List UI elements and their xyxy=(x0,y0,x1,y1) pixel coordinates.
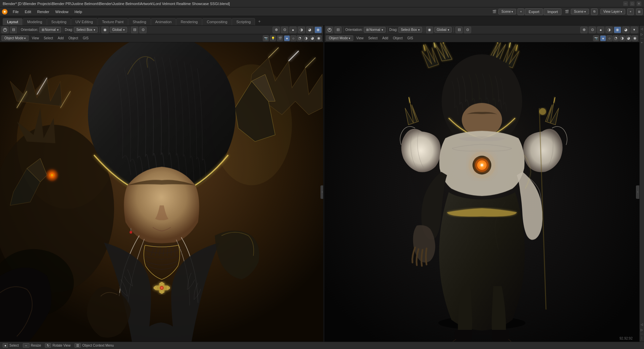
view-layer-select[interactable]: View Layer xyxy=(600,9,625,14)
render-mode-4-right[interactable]: ◑ xyxy=(619,35,625,41)
show-overlay-btn-left[interactable]: ⊙ xyxy=(281,27,288,33)
viewport-camera-left[interactable]: 📷 xyxy=(263,35,269,41)
title-text: Blender* [D:\Blender Projects\Blender PR… xyxy=(3,2,230,6)
view-menu-left[interactable]: View xyxy=(30,36,41,41)
full-screen-btn-left[interactable]: ⊟ xyxy=(10,27,17,33)
svg-point-71 xyxy=(539,108,546,115)
status-resize: ↔ Resize xyxy=(23,343,41,348)
tab-animation[interactable]: Animation xyxy=(151,18,176,25)
scene-new-btn-left[interactable]: + xyxy=(517,8,524,15)
import-button[interactable]: Import xyxy=(544,8,561,15)
rendered-shading-active-left[interactable]: ◉ xyxy=(314,27,322,33)
solid-shading-btn-right[interactable]: ● xyxy=(597,27,604,33)
sidebar-icon-3[interactable]: + xyxy=(640,41,644,45)
tab-compositing[interactable]: Compositing xyxy=(202,18,232,25)
sidebar-icon-1[interactable]: ◁ xyxy=(640,27,644,31)
tab-shading[interactable]: Shading xyxy=(128,18,150,25)
render-mode-3-right[interactable]: ◔ xyxy=(613,35,619,41)
solid-shading-btn-left[interactable]: ● xyxy=(289,27,297,33)
gis-menu-right[interactable]: GIS xyxy=(406,36,415,41)
rendered-shading-btn-left[interactable]: ◕ xyxy=(306,27,313,33)
tab-sculpting[interactable]: Sculpting xyxy=(47,18,71,25)
context-key: ☰ xyxy=(75,343,81,348)
orientation-select-right[interactable]: ⊞ Normal xyxy=(364,27,386,33)
menu-render[interactable]: Render xyxy=(35,9,52,14)
render-btn[interactable]: ⊞ xyxy=(636,8,643,15)
minimize-button[interactable]: ─ xyxy=(623,1,628,6)
scene-select-right[interactable]: Scene xyxy=(571,9,589,14)
viewport-split-handle[interactable] xyxy=(323,26,325,342)
render-mode-5-right[interactable]: ◕ xyxy=(626,35,632,41)
proportional-btn-right[interactable]: ⊙ xyxy=(464,27,471,33)
editor-type-btn-left[interactable] xyxy=(1,27,9,33)
select-menu-right[interactable]: Select xyxy=(366,36,379,41)
material-shading-btn-right[interactable]: ◑ xyxy=(605,27,613,33)
menu-help[interactable]: Help xyxy=(72,9,85,14)
render-options-btn-right[interactable]: ▾ xyxy=(631,27,638,33)
menu-window[interactable]: Window xyxy=(53,9,71,14)
snap-btn-right[interactable]: ⊟ xyxy=(455,27,463,33)
view-menu-right[interactable]: View xyxy=(355,36,365,41)
scene-select-left[interactable]: Scene xyxy=(498,9,516,14)
object-menu-left[interactable]: Object xyxy=(67,36,80,41)
render-mode-3-left[interactable]: ◔ xyxy=(297,35,303,41)
render-mode-4-left[interactable]: ◑ xyxy=(303,35,309,41)
render-mode-5-left[interactable]: ◕ xyxy=(309,35,315,41)
add-workspace-button[interactable]: + xyxy=(255,17,263,25)
render-mode-1-right[interactable]: ● xyxy=(600,35,606,41)
show-gizmo-btn-right[interactable]: ⊕ xyxy=(580,27,588,33)
tab-uv-editing[interactable]: UV Editing xyxy=(71,18,97,25)
viewport-camera-right[interactable]: 📷 xyxy=(593,35,599,41)
viewport-lights-left[interactable]: 💡 xyxy=(270,35,276,41)
sidebar-icon-4[interactable]: ◁ xyxy=(640,322,644,326)
maximize-button[interactable]: □ xyxy=(630,1,635,6)
tab-rendering[interactable]: Rendering xyxy=(176,18,202,25)
blender-logo-icon xyxy=(1,8,8,15)
drag-select-right[interactable]: Select Box xyxy=(398,27,422,33)
left-3d-viewport[interactable]: › xyxy=(0,42,324,342)
render-mode-6-left[interactable]: ◉ xyxy=(316,35,322,41)
transform-orient-right[interactable]: Global xyxy=(434,27,452,33)
sidebar-icon-6[interactable]: ⋮ xyxy=(640,336,644,340)
render-mode-2-left[interactable]: ○ xyxy=(290,35,296,41)
menu-file[interactable]: File xyxy=(10,9,21,14)
show-overlay-btn-right[interactable]: ⊙ xyxy=(589,27,596,33)
tab-modeling[interactable]: Modeling xyxy=(23,18,47,25)
gis-menu-left[interactable]: GIS xyxy=(81,36,90,41)
show-gizmo-btn-left[interactable]: ⊕ xyxy=(273,27,280,33)
rendered-shading-active-right[interactable]: ◉ xyxy=(614,27,621,33)
proportional-btn-left[interactable]: ⊙ xyxy=(139,27,147,33)
transform-orient-left[interactable]: Global xyxy=(110,27,127,33)
render-mode-6-right[interactable]: ◉ xyxy=(632,35,638,41)
render-mode-2-right[interactable]: ○ xyxy=(606,35,612,41)
material-shading-btn-left[interactable]: ◑ xyxy=(298,27,305,33)
transform-pivot-left[interactable]: ◉ xyxy=(101,27,109,33)
viewport-render-left[interactable]: 🎬 xyxy=(277,35,283,41)
right-3d-viewport[interactable]: 92.92:92 › xyxy=(325,42,639,342)
sidebar-icon-2[interactable]: ▷ xyxy=(640,32,644,36)
close-button[interactable]: ✕ xyxy=(637,1,641,6)
export-button[interactable]: Export xyxy=(525,8,543,15)
tab-texture-paint[interactable]: Texture Paint xyxy=(98,18,128,25)
view-layer-new-btn[interactable]: + xyxy=(627,8,634,15)
add-menu-left[interactable]: Add xyxy=(56,36,65,41)
tab-layout[interactable]: Layout xyxy=(3,18,22,25)
rendered-shading-btn-right[interactable]: ◕ xyxy=(622,27,630,33)
full-screen-btn-right[interactable]: ⊟ xyxy=(334,27,342,33)
transform-pivot-right[interactable]: ◉ xyxy=(426,27,433,33)
tab-scripting[interactable]: Scripting xyxy=(232,18,255,25)
orientation-select-left[interactable]: ⊞ Normal xyxy=(39,27,61,33)
object-menu-right[interactable]: Object xyxy=(391,36,404,41)
n-panel-toggle-right[interactable]: › xyxy=(636,185,639,199)
scene-copy-btn[interactable]: ⧉ xyxy=(591,8,598,15)
render-mode-1-left[interactable]: ● xyxy=(284,35,290,41)
add-menu-right[interactable]: Add xyxy=(381,36,390,41)
select-menu-left[interactable]: Select xyxy=(42,36,55,41)
object-mode-right[interactable]: Object Mode xyxy=(326,35,353,41)
menu-edit[interactable]: Edit xyxy=(22,9,34,14)
sidebar-icon-5[interactable]: ▷ xyxy=(640,328,644,332)
snap-btn-left[interactable]: ⊟ xyxy=(131,27,138,33)
object-mode-left[interactable]: Object Mode xyxy=(1,35,29,41)
drag-select-left[interactable]: Select Box xyxy=(74,27,98,33)
editor-type-btn-right[interactable] xyxy=(326,27,333,33)
